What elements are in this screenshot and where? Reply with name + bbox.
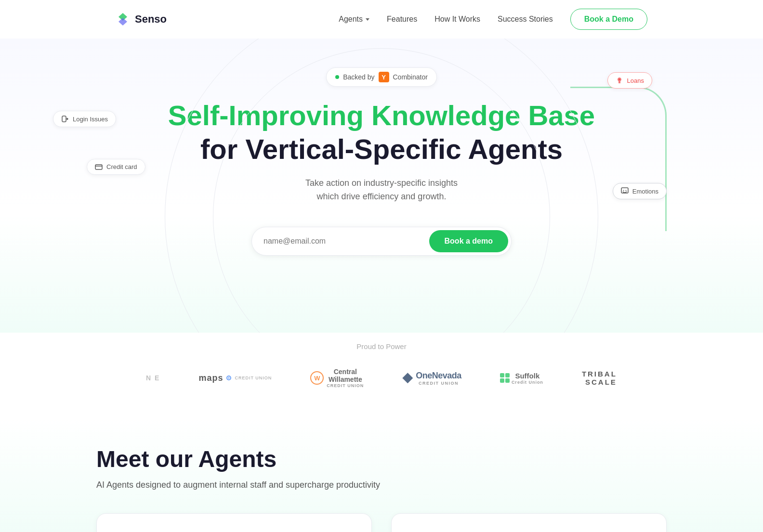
navbar: Senso Agents Features How It Works Succe… (0, 0, 763, 39)
loans-pill: Loans (607, 72, 652, 89)
logos-row: N E maps CREDIT UNION W Central Willamet… (0, 368, 763, 388)
nav-agents[interactable]: Agents (339, 15, 369, 24)
email-input[interactable] (263, 237, 429, 246)
svg-point-7 (623, 190, 624, 191)
login-icon (61, 115, 69, 123)
agent-card-2: Response Quality 78% ▲ Wait Time (391, 513, 667, 532)
logo-icon (116, 12, 130, 26)
partner-logo-onenevada: OneNevada CREDIT UNION (402, 371, 461, 386)
proud-label: Proud to Power (0, 342, 763, 350)
partner-logo-central-willamette: W Central Willamette CREDIT UNION (310, 368, 364, 388)
proud-section: Proud to Power N E maps CREDIT UNION W C… (0, 333, 763, 417)
nav-success-stories[interactable]: Success Stories (498, 15, 553, 24)
svg-rect-3 (62, 116, 66, 122)
partner-logo-tribal-scale: TRIBAL SCALE (582, 370, 617, 386)
nav-links: Agents Features How It Works Success Sto… (339, 9, 647, 30)
svg-point-2 (618, 79, 620, 80)
hero-title-green: Self-Improving Knowledge Base (96, 100, 667, 131)
maps-dot-icon (226, 375, 232, 381)
credit-card-pill: Credit card (87, 159, 145, 175)
book-demo-button[interactable]: Book a Demo (570, 9, 647, 30)
partner-logo-suffolk: Suffolk Credit Union (500, 372, 543, 385)
agent-card-1: Resolution Rate 78% ▲ Wait Time (96, 513, 372, 532)
loans-icon (616, 77, 623, 84)
credit-card-icon (95, 164, 103, 170)
nav-features[interactable]: Features (387, 15, 417, 24)
yc-logo: Y (379, 72, 389, 82)
svg-rect-4 (95, 165, 102, 169)
svg-point-11 (228, 377, 230, 379)
nav-how-it-works[interactable]: How It Works (434, 15, 480, 24)
agents-grid: Resolution Rate 78% ▲ Wait Time (96, 513, 667, 532)
emotions-pill: Emotions (613, 183, 667, 199)
svg-marker-1 (118, 18, 127, 26)
partner-logo-maps: maps CREDIT UNION (198, 373, 272, 383)
login-issues-pill: Login Issues (53, 111, 116, 127)
hero-form: Book a demo (251, 227, 512, 256)
meet-agents-section: Meet our Agents AI Agents designed to au… (0, 417, 763, 532)
logo-text: Senso (135, 13, 167, 26)
hero-section: Loans Login Issues Credit card Emotions … (0, 39, 763, 333)
hero-subtitle: Take action on industry-specific insight… (96, 176, 667, 204)
meet-agents-subtitle: AI Agents designed to augment internal s… (96, 480, 667, 490)
hero-cta-button[interactable]: Book a demo (429, 230, 508, 252)
logo[interactable]: Senso (116, 12, 167, 26)
partner-logo-ne: N E (146, 374, 160, 382)
agents-chevron-icon (366, 18, 369, 21)
meet-agents-title: Meet our Agents (96, 446, 667, 472)
yc-dot (335, 75, 339, 79)
emotions-icon (621, 187, 629, 195)
svg-point-8 (625, 190, 626, 191)
hero-title-dark: for Vertical-Specific Agents (96, 134, 667, 165)
yc-badge: Backed by Y Combinator (326, 67, 437, 87)
